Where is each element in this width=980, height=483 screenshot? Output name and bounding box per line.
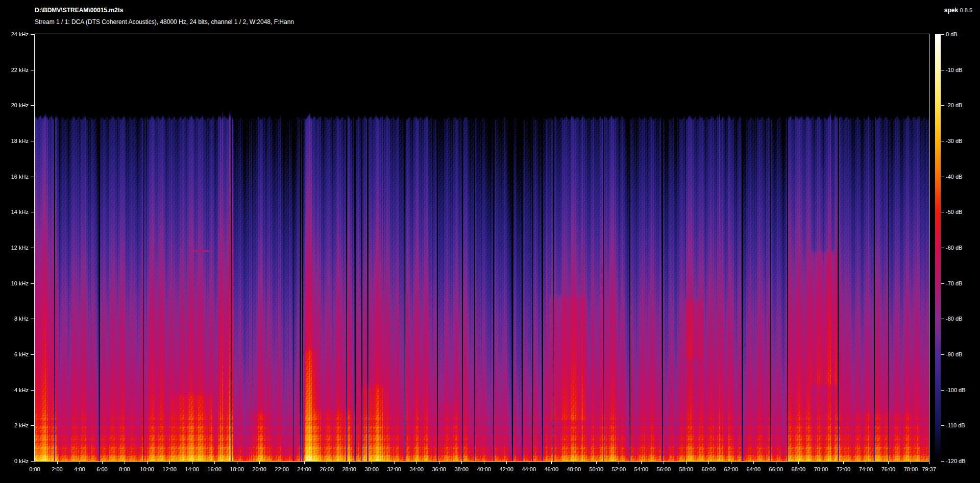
time-tick bbox=[753, 462, 754, 464]
time-tick-label: 22:00 bbox=[270, 466, 293, 473]
freq-tick bbox=[31, 105, 34, 106]
time-tick-label: 46:00 bbox=[540, 466, 563, 473]
time-tick bbox=[866, 462, 866, 464]
stream-info-subtitle: Stream 1 / 1: DCA (DTS Coherent Acoustic… bbox=[35, 18, 294, 26]
time-tick-label: 34:00 bbox=[405, 466, 428, 473]
time-tick bbox=[506, 462, 507, 464]
time-tick bbox=[461, 462, 462, 464]
time-tick-label: 44:00 bbox=[517, 466, 541, 473]
time-tick bbox=[169, 462, 170, 464]
time-tick-label: 42:00 bbox=[495, 466, 518, 473]
db-tick bbox=[941, 354, 944, 355]
time-tick bbox=[102, 462, 103, 464]
time-tick-label: 32:00 bbox=[382, 466, 406, 473]
file-path-title: D:\BDMV\STREAM\00015.m2ts bbox=[35, 7, 123, 14]
db-tick bbox=[941, 390, 944, 391]
db-tick bbox=[941, 283, 944, 284]
time-tick bbox=[596, 462, 597, 464]
time-tick-label: 18:00 bbox=[225, 466, 249, 473]
time-tick bbox=[147, 462, 148, 464]
time-tick-label: 74:00 bbox=[854, 466, 877, 473]
time-tick bbox=[798, 462, 799, 464]
db-tick-label: -50 dB bbox=[946, 208, 962, 215]
time-tick-label: 79:37 bbox=[917, 466, 941, 473]
time-tick bbox=[731, 462, 731, 464]
freq-tick-label: 6 kHz bbox=[2, 351, 29, 358]
freq-tick-label: 22 kHz bbox=[2, 66, 29, 74]
time-tick-label: 50:00 bbox=[584, 466, 608, 473]
freq-tick-label: 18 kHz bbox=[2, 137, 29, 144]
freq-tick bbox=[31, 70, 34, 70]
spek-window: { "header": { "file_path": "D:\\BDMV\\ST… bbox=[0, 0, 980, 483]
db-tick-label: -120 dB bbox=[946, 457, 966, 465]
time-tick-label: 16:00 bbox=[203, 466, 226, 473]
time-tick bbox=[821, 462, 821, 464]
freq-tick bbox=[31, 248, 34, 248]
time-tick bbox=[125, 462, 125, 464]
time-tick bbox=[574, 462, 574, 464]
time-tick-label: 56:00 bbox=[652, 466, 675, 473]
db-tick-label: -10 dB bbox=[946, 66, 962, 74]
time-tick bbox=[192, 462, 192, 464]
time-tick-label: 38:00 bbox=[450, 466, 473, 473]
freq-tick-label: 12 kHz bbox=[2, 244, 29, 251]
time-tick bbox=[282, 462, 282, 464]
db-colorbar bbox=[935, 34, 941, 461]
freq-tick-label: 24 kHz bbox=[2, 31, 29, 38]
db-tick-label: -90 dB bbox=[946, 351, 962, 358]
time-tick-label: 72:00 bbox=[831, 466, 855, 473]
time-tick bbox=[619, 462, 619, 464]
time-tick-label: 58:00 bbox=[674, 466, 698, 473]
app-version: spek 0.8.5 bbox=[944, 7, 972, 14]
time-tick-label: 30:00 bbox=[360, 466, 383, 473]
db-tick-label: -20 dB bbox=[946, 102, 962, 109]
time-tick bbox=[776, 462, 776, 464]
app-name: spek bbox=[944, 7, 958, 14]
time-tick-label: 36:00 bbox=[427, 466, 451, 473]
spectrogram-plot bbox=[34, 34, 929, 462]
db-tick bbox=[941, 248, 944, 248]
time-tick bbox=[35, 462, 35, 464]
freq-tick bbox=[31, 390, 34, 391]
freq-tick-label: 2 kHz bbox=[2, 422, 29, 429]
time-tick-label: 52:00 bbox=[607, 466, 630, 473]
time-tick bbox=[80, 462, 80, 464]
db-tick bbox=[941, 212, 944, 212]
time-tick bbox=[394, 462, 395, 464]
time-tick-label: 76:00 bbox=[876, 466, 900, 473]
freq-tick bbox=[31, 461, 34, 462]
db-tick bbox=[941, 425, 944, 426]
db-tick-label: -100 dB bbox=[946, 387, 966, 394]
freq-tick-label: 14 kHz bbox=[2, 208, 29, 215]
freq-tick bbox=[31, 34, 34, 35]
time-tick-label: 68:00 bbox=[787, 466, 810, 473]
time-tick bbox=[57, 462, 58, 464]
time-tick bbox=[304, 462, 305, 464]
db-tick-label: -110 dB bbox=[946, 422, 965, 429]
time-tick bbox=[708, 462, 709, 464]
time-tick bbox=[911, 462, 911, 464]
time-tick-label: 48:00 bbox=[562, 466, 585, 473]
db-tick-label: -40 dB bbox=[946, 173, 962, 180]
freq-tick-label: 0 kHz bbox=[2, 457, 29, 465]
db-tick bbox=[941, 105, 944, 106]
time-tick-label: 10:00 bbox=[135, 466, 159, 473]
time-tick bbox=[372, 462, 372, 464]
spectrogram-canvas bbox=[35, 34, 929, 461]
time-tick bbox=[416, 462, 417, 464]
time-tick-label: 66:00 bbox=[764, 466, 788, 473]
time-tick-label: 4:00 bbox=[68, 466, 91, 473]
freq-tick bbox=[31, 212, 34, 212]
db-tick bbox=[941, 461, 944, 462]
db-tick bbox=[941, 141, 944, 141]
db-tick bbox=[941, 34, 944, 35]
time-tick-label: 70:00 bbox=[809, 466, 832, 473]
time-tick bbox=[641, 462, 642, 464]
time-tick-label: 26:00 bbox=[315, 466, 338, 473]
freq-tick bbox=[31, 319, 34, 319]
time-tick-label: 6:00 bbox=[90, 466, 114, 473]
freq-tick-label: 20 kHz bbox=[2, 102, 29, 109]
freq-tick-label: 16 kHz bbox=[2, 173, 29, 180]
freq-tick bbox=[31, 425, 34, 426]
time-tick-label: 2:00 bbox=[45, 466, 69, 473]
